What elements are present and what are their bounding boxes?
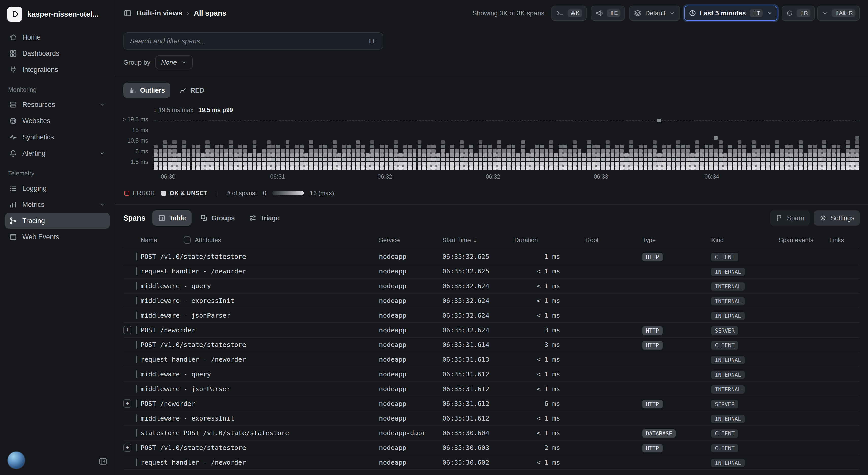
heatmap-cell[interactable] bbox=[695, 145, 699, 148]
heatmap-cell[interactable] bbox=[239, 154, 242, 157]
heatmap-cell[interactable] bbox=[624, 158, 628, 161]
heatmap-cell[interactable] bbox=[394, 149, 398, 152]
heatmap-cell[interactable] bbox=[239, 166, 242, 170]
heatmap-cell[interactable] bbox=[672, 166, 676, 170]
heatmap-cell[interactable] bbox=[201, 154, 205, 157]
heatmap-cell[interactable] bbox=[591, 166, 595, 170]
heatmap-cell[interactable] bbox=[450, 158, 454, 161]
heatmap-cell[interactable] bbox=[380, 158, 383, 161]
heatmap-cell[interactable] bbox=[817, 154, 821, 157]
heatmap-cell[interactable] bbox=[356, 158, 360, 161]
heatmap-cell[interactable] bbox=[700, 149, 704, 152]
heatmap-cell[interactable] bbox=[191, 145, 195, 148]
heatmap-cell[interactable] bbox=[568, 166, 572, 170]
heatmap-cell[interactable] bbox=[427, 162, 431, 166]
heatmap-cell[interactable] bbox=[784, 162, 788, 166]
heatmap-cell[interactable] bbox=[535, 158, 539, 161]
sidebar-item-alerting[interactable]: Alerting bbox=[5, 145, 110, 161]
heatmap-cell[interactable] bbox=[644, 166, 647, 170]
heatmap-cell[interactable] bbox=[545, 154, 549, 157]
heatmap-cell[interactable] bbox=[239, 145, 242, 148]
heatmap-cell[interactable] bbox=[639, 145, 643, 148]
heatmap-cell[interactable] bbox=[191, 162, 195, 166]
heatmap-cell[interactable] bbox=[394, 140, 398, 144]
table-row[interactable]: request handler - /newordernodeapp06:35:… bbox=[123, 264, 860, 279]
heatmap-cell[interactable] bbox=[695, 149, 699, 152]
heatmap-cell[interactable] bbox=[823, 162, 826, 166]
heatmap-cell[interactable] bbox=[380, 145, 383, 148]
heatmap-cell[interactable] bbox=[177, 166, 181, 170]
heatmap-cell[interactable] bbox=[337, 154, 341, 157]
heatmap-cell[interactable] bbox=[596, 162, 600, 166]
heatmap-cell[interactable] bbox=[408, 158, 412, 161]
heatmap-cell[interactable] bbox=[441, 162, 445, 166]
heatmap-cell[interactable] bbox=[455, 162, 459, 166]
legend-ok[interactable]: OK & UNSET bbox=[161, 190, 207, 197]
heatmap-cell[interactable] bbox=[728, 149, 732, 152]
heatmap-cell[interactable] bbox=[201, 158, 205, 161]
heatmap-cell[interactable] bbox=[705, 162, 709, 166]
heatmap-cell[interactable] bbox=[483, 154, 487, 157]
column-header-type[interactable]: Type bbox=[642, 236, 711, 244]
heatmap-cell[interactable] bbox=[220, 154, 223, 157]
heatmap-cell[interactable] bbox=[563, 154, 567, 157]
heatmap-cell[interactable] bbox=[823, 158, 826, 161]
heatmap-cell[interactable] bbox=[271, 149, 275, 152]
heatmap-cell[interactable] bbox=[545, 162, 549, 166]
heatmap-cell[interactable] bbox=[366, 162, 369, 166]
heatmap-cell[interactable] bbox=[276, 154, 280, 157]
heatmap-cell[interactable] bbox=[653, 166, 657, 170]
heatmap-cell[interactable] bbox=[356, 162, 360, 166]
heatmap-cell[interactable] bbox=[855, 149, 859, 152]
heatmap-cell[interactable] bbox=[549, 154, 553, 157]
heatmap-cell[interactable] bbox=[563, 145, 567, 148]
heatmap-cell[interactable] bbox=[177, 158, 181, 161]
heatmap-cell[interactable] bbox=[347, 154, 350, 157]
heatmap-cell[interactable] bbox=[243, 166, 247, 170]
heatmap-cell[interactable] bbox=[723, 158, 727, 161]
heatmap-cell[interactable] bbox=[780, 154, 784, 157]
sidebar-item-metrics[interactable]: Metrics bbox=[5, 197, 110, 212]
heatmap-cell[interactable] bbox=[568, 149, 572, 152]
heatmap-cell[interactable] bbox=[333, 158, 336, 161]
heatmap-cell[interactable] bbox=[182, 162, 186, 166]
heatmap-cell[interactable] bbox=[210, 149, 214, 152]
heatmap-cell[interactable] bbox=[667, 145, 671, 148]
heatmap-cell[interactable] bbox=[559, 166, 562, 170]
heatmap-cell[interactable] bbox=[799, 166, 803, 170]
heatmap-cell[interactable] bbox=[573, 162, 577, 166]
heatmap-cell[interactable] bbox=[182, 154, 186, 157]
heatmap-cell[interactable] bbox=[248, 158, 252, 161]
heatmap-cell[interactable] bbox=[497, 162, 501, 166]
heatmap-cell[interactable] bbox=[196, 145, 200, 148]
heatmap-cell[interactable] bbox=[629, 145, 633, 148]
heatmap-cell[interactable] bbox=[281, 149, 285, 152]
heatmap-cell[interactable] bbox=[441, 140, 445, 144]
heatmap-cell[interactable] bbox=[850, 149, 854, 152]
heatmap-cell[interactable] bbox=[563, 149, 567, 152]
heatmap-cell[interactable] bbox=[657, 154, 661, 157]
heatmap-cell[interactable] bbox=[206, 140, 209, 144]
heatmap-cell[interactable] bbox=[738, 149, 741, 152]
table-row[interactable]: middleware - querynodeapp06:35:32.624< 1… bbox=[123, 279, 860, 294]
heatmap-cell[interactable] bbox=[281, 158, 285, 161]
heatmap-cell[interactable] bbox=[295, 158, 299, 161]
heatmap-cell[interactable] bbox=[521, 149, 525, 152]
heatmap-cell[interactable] bbox=[751, 149, 755, 152]
heatmap-cell[interactable] bbox=[441, 154, 445, 157]
heatmap-cell[interactable] bbox=[780, 158, 784, 161]
heatmap-cell[interactable] bbox=[775, 162, 779, 166]
heatmap-cell[interactable] bbox=[502, 158, 506, 161]
heatmap-cell[interactable] bbox=[775, 145, 779, 148]
heatmap-cell[interactable] bbox=[403, 145, 407, 148]
heatmap-cell[interactable] bbox=[271, 145, 275, 148]
heatmap-cell[interactable] bbox=[478, 158, 483, 161]
heatmap-cell[interactable] bbox=[733, 154, 737, 157]
heatmap-cell[interactable] bbox=[780, 162, 784, 166]
heatmap-cell[interactable] bbox=[526, 154, 529, 157]
heatmap-cell[interactable] bbox=[573, 154, 577, 157]
heatmap-cell[interactable] bbox=[366, 154, 369, 157]
heatmap-cell[interactable] bbox=[799, 154, 803, 157]
heatmap-outlier-cell[interactable] bbox=[714, 136, 718, 140]
heatmap-cell[interactable] bbox=[775, 140, 779, 144]
